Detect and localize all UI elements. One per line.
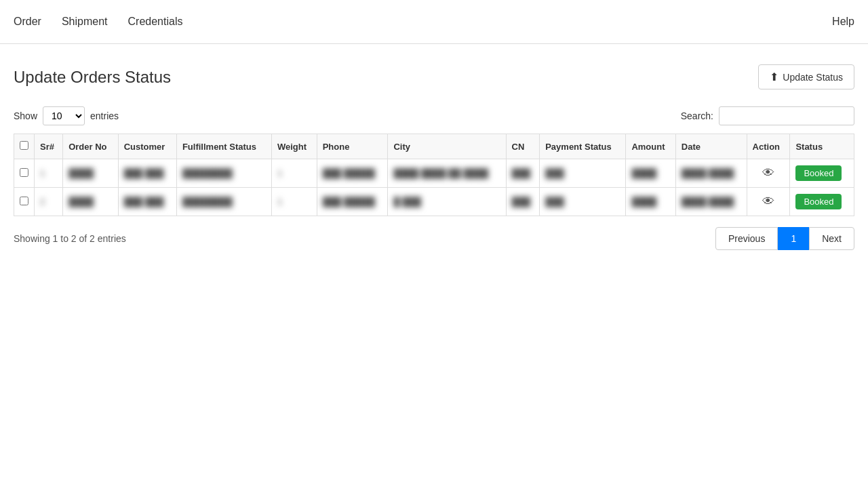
row-payment-status-0: ███ — [540, 159, 626, 188]
row-date-0: ████ ████ — [675, 159, 747, 188]
col-amount: Amount — [626, 134, 675, 159]
nav-credentials[interactable]: Credentials — [128, 12, 183, 31]
nav-links: Order Shipment Credentials — [14, 12, 182, 31]
row-status-0: Booked — [790, 159, 854, 188]
table-controls: Show 10 25 50 100 entries Search: — [14, 106, 854, 125]
col-customer: Customer — [118, 134, 176, 159]
previous-button[interactable]: Previous — [715, 227, 778, 250]
row-cn-0: ███ — [506, 159, 540, 188]
pagination-area: Showing 1 to 2 of 2 entries Previous 1 N… — [14, 227, 854, 250]
entries-label: entries — [90, 110, 119, 121]
update-status-label: Update Status — [783, 72, 843, 83]
status-badge-0: Booked — [795, 165, 842, 181]
show-label: Show — [14, 110, 37, 121]
col-action: Action — [747, 134, 790, 159]
row-sr-0: 1 — [35, 159, 63, 188]
next-button[interactable]: Next — [809, 227, 854, 250]
row-city-0: ████ ████ ██ ████ — [388, 159, 506, 188]
update-status-icon: ⬆ — [770, 70, 778, 83]
row-date-1: ████ ████ — [675, 188, 747, 216]
col-checkbox — [14, 134, 35, 159]
data-table: Sr# Order No Customer Fulfillment Status… — [14, 134, 854, 216]
help-link[interactable]: Help — [832, 16, 854, 27]
row-checkbox-0[interactable] — [20, 168, 28, 177]
col-sr: Sr# — [35, 134, 63, 159]
row-amount-0: ████ — [626, 159, 675, 188]
row-checkbox-cell — [14, 188, 35, 216]
main-content: Update Orders Status ⬆ Update Status Sho… — [0, 44, 868, 270]
table-header-row: Sr# Order No Customer Fulfillment Status… — [14, 134, 854, 159]
col-phone: Phone — [317, 134, 388, 159]
select-all-checkbox[interactable] — [20, 141, 28, 150]
col-city: City — [388, 134, 506, 159]
row-sr-1: 2 — [35, 188, 63, 216]
row-order-no-1: ████ — [63, 188, 118, 216]
navbar-right: Help — [832, 16, 854, 28]
search-input[interactable] — [719, 106, 854, 125]
page-title: Update Orders Status — [14, 68, 171, 87]
pagination-info: Showing 1 to 2 of 2 entries — [14, 233, 126, 244]
status-badge-1: Booked — [795, 194, 842, 209]
nav-order[interactable]: Order — [14, 12, 41, 31]
search-box: Search: — [681, 106, 854, 125]
row-city-1: █ ███ — [388, 188, 506, 216]
search-label: Search: — [681, 110, 713, 121]
row-action-0: 👁 — [747, 159, 790, 188]
view-icon-0[interactable]: 👁 — [753, 166, 785, 180]
view-icon-1[interactable]: 👁 — [753, 195, 785, 209]
show-entries-control: Show 10 25 50 100 entries — [14, 106, 119, 125]
row-weight-1: 1 — [271, 188, 317, 216]
row-payment-status-1: ███ — [540, 188, 626, 216]
row-checkbox-cell — [14, 159, 35, 188]
row-fulfillment-1: ████████ — [176, 188, 271, 216]
row-checkbox-1[interactable] — [20, 197, 28, 205]
row-customer-1: ███ ███ — [118, 188, 176, 216]
row-order-no-0: ████ — [63, 159, 118, 188]
row-customer-0: ███ ███ — [118, 159, 176, 188]
row-fulfillment-0: ████████ — [176, 159, 271, 188]
entries-select[interactable]: 10 25 50 100 — [43, 106, 85, 125]
row-status-1: Booked — [790, 188, 854, 216]
page-1-button[interactable]: 1 — [778, 227, 809, 250]
pagination-buttons: Previous 1 Next — [715, 227, 854, 250]
row-weight-0: 1 — [271, 159, 317, 188]
row-action-1: 👁 — [747, 188, 790, 216]
row-amount-1: ████ — [626, 188, 675, 216]
col-status: Status — [790, 134, 854, 159]
col-weight: Weight — [271, 134, 317, 159]
row-cn-1: ███ — [506, 188, 540, 216]
table-row: 2 ████ ███ ███ ████████ 1 ███ █████ █ ██… — [14, 188, 854, 216]
col-fulfillment-status: Fulfillment Status — [176, 134, 271, 159]
table-head: Sr# Order No Customer Fulfillment Status… — [14, 134, 854, 159]
col-payment-status: Payment Status — [540, 134, 626, 159]
col-date: Date — [675, 134, 747, 159]
update-status-button[interactable]: ⬆ Update Status — [758, 64, 854, 89]
row-phone-0: ███ █████ — [317, 159, 388, 188]
col-cn: CN — [506, 134, 540, 159]
table-row: 1 ████ ███ ███ ████████ 1 ███ █████ ████… — [14, 159, 854, 188]
row-phone-1: ███ █████ — [317, 188, 388, 216]
table-body: 1 ████ ███ ███ ████████ 1 ███ █████ ████… — [14, 159, 854, 216]
navbar: Order Shipment Credentials Help — [0, 0, 868, 44]
nav-shipment[interactable]: Shipment — [62, 12, 108, 31]
page-header: Update Orders Status ⬆ Update Status — [14, 64, 854, 89]
col-order-no: Order No — [63, 134, 118, 159]
